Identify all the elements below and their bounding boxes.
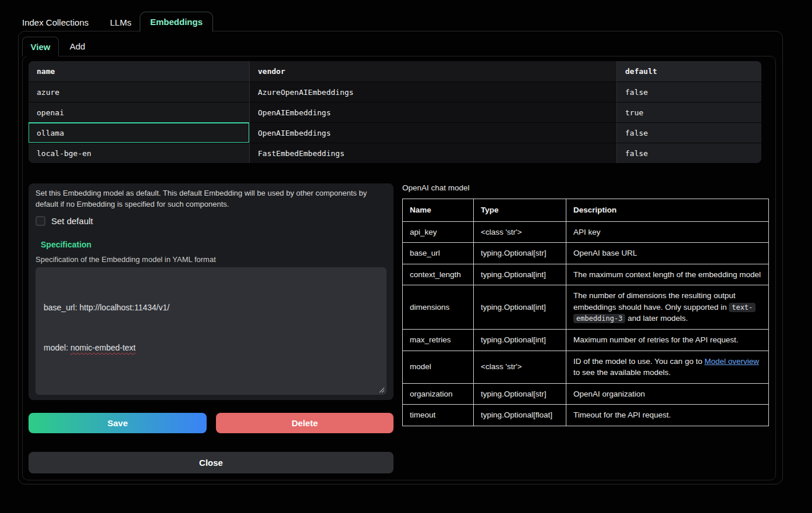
embeddings-row-cell-default[interactable]: false <box>616 82 761 102</box>
embeddings-row-cell-vendor[interactable]: OpenAIEmbeddings <box>249 102 616 122</box>
specification-heading: Specification <box>41 240 387 249</box>
embeddings-row-cell-name[interactable]: openai <box>29 102 249 122</box>
resize-handle-icon[interactable] <box>378 387 385 393</box>
param-name: dimensions <box>403 285 474 330</box>
param-type: typing.Optional[int] <box>474 329 566 351</box>
description-text: OpenAI base URL <box>573 249 637 257</box>
description-text: API key <box>573 228 601 236</box>
param-description: OpenAI organization <box>566 383 769 405</box>
embeddings-table: namevendordefaultazureAzureOpenAIEmbeddi… <box>29 61 761 163</box>
param-type: <class 'str'> <box>474 351 566 383</box>
column-header-name: name <box>29 61 249 82</box>
column-header-description: Description <box>566 199 769 222</box>
param-description: The maximum context length of the embedd… <box>566 264 769 285</box>
tab-llms[interactable]: LLMs <box>110 15 132 29</box>
embeddings-row-cell-vendor[interactable]: AzureOpenAIEmbeddings <box>249 82 616 102</box>
column-header-vendor: vendor <box>249 61 616 82</box>
column-header-type: Type <box>474 199 566 222</box>
tab-add[interactable]: Add <box>61 37 94 56</box>
description-text: OpenAI organization <box>573 390 645 398</box>
param-row: organizationtyping.Optional[str]OpenAI o… <box>403 383 769 405</box>
param-type: typing.Optional[float] <box>474 405 566 426</box>
param-name: model <box>403 351 474 383</box>
embeddings-row-cell-name[interactable]: azure <box>29 82 249 102</box>
param-row: api_key<class 'str'>API key <box>403 221 769 243</box>
param-header-row: Name Type Description <box>403 199 769 222</box>
embeddings-row-cell-name[interactable]: local-bge-en <box>29 143 249 163</box>
set-default-checkbox[interactable] <box>36 216 45 226</box>
param-row: model<class 'str'>ID of the model to use… <box>403 351 769 383</box>
param-name: base_url <box>403 243 474 264</box>
param-name: api_key <box>403 221 474 243</box>
tab-embeddings[interactable]: Embeddings <box>140 12 213 31</box>
embeddings-row-cell-default[interactable]: true <box>616 102 761 122</box>
description-text: The maximum context length of the embedd… <box>573 270 761 279</box>
description-text: and later models. <box>625 314 687 323</box>
delete-button[interactable]: Delete <box>216 413 393 433</box>
param-description: Timeout for the API request. <box>566 405 769 426</box>
param-row: max_retriestyping.Optional[int]Maximum n… <box>403 329 769 351</box>
model-info-title: OpenAI chat model <box>402 183 470 192</box>
misspelled-word: nomic-embed-text <box>70 343 136 352</box>
set-default-checkbox-row[interactable]: Set default <box>36 216 387 226</box>
param-row: base_urltyping.Optional[str]OpenAI base … <box>403 243 769 264</box>
description-text: The number of dimensions the resulting o… <box>573 291 735 312</box>
description-text: to see the available models. <box>573 368 671 377</box>
param-name: context_length <box>403 264 474 285</box>
tab-embeddings-label: Embeddings <box>150 17 203 27</box>
model-overview-link[interactable]: Model overview <box>704 357 759 366</box>
param-type: <class 'str'> <box>474 221 566 243</box>
tab-index-collections[interactable]: Index Collections <box>22 15 88 29</box>
specification-caption: Specification of the Embedding model in … <box>36 255 387 264</box>
yaml-line: model: nomic-embed-text <box>44 341 378 355</box>
param-row: timeouttyping.Optional[float]Timeout for… <box>403 405 769 426</box>
param-description: Maximum number of retries for the API re… <box>566 329 769 351</box>
param-description: ID of the model to use. You can go to Mo… <box>566 351 769 383</box>
param-name: max_retries <box>403 329 474 351</box>
param-description: API key <box>566 221 769 243</box>
column-header-default: default <box>616 61 761 82</box>
embeddings-row-cell-name[interactable]: ollama <box>29 122 249 143</box>
param-description: OpenAI base URL <box>566 243 769 264</box>
param-type: typing.Optional[str] <box>474 243 566 264</box>
set-default-description: Set this Embedding model as default. Thi… <box>36 188 385 210</box>
param-type: typing.Optional[int] <box>474 285 566 330</box>
embeddings-row-cell-vendor[interactable]: OpenAIEmbeddings <box>249 122 616 143</box>
column-header-name: Name <box>403 199 474 222</box>
embeddings-row-cell-default[interactable]: false <box>616 143 761 163</box>
param-name: timeout <box>403 405 474 426</box>
embeddings-row-cell-vendor[interactable]: FastEmbedEmbeddings <box>249 143 616 163</box>
set-default-label: Set default <box>51 216 93 226</box>
description-text: Maximum number of retries for the API re… <box>573 335 739 344</box>
description-text: ID of the model to use. You can go to <box>573 357 704 366</box>
param-row: dimensionstyping.Optional[int]The number… <box>403 285 769 330</box>
param-row: context_lengthtyping.Optional[int]The ma… <box>403 264 769 285</box>
close-button[interactable]: Close <box>29 452 393 473</box>
param-description: The number of dimensions the resulting o… <box>566 285 769 330</box>
tab-view[interactable]: View <box>22 37 59 56</box>
tab-view-label: View <box>31 42 51 52</box>
description-text: Timeout for the API request. <box>573 411 671 419</box>
default-settings-panel: Set this Embedding model as default. Thi… <box>29 183 393 400</box>
save-button[interactable]: Save <box>29 413 207 433</box>
embeddings-row-cell-default[interactable]: false <box>616 122 761 143</box>
yaml-line: base_url: http://localhost:11434/v1/ <box>44 301 378 314</box>
param-name: organization <box>403 383 474 405</box>
param-type: typing.Optional[int] <box>474 264 566 285</box>
model-params-table: Name Type Description api_key<class 'str… <box>402 199 769 426</box>
app-window: Index Collections LLMs Embeddings View A… <box>0 0 812 513</box>
spec-yaml-input[interactable]: base_url: http://localhost:11434/v1/ mod… <box>36 267 387 395</box>
param-type: typing.Optional[str] <box>474 383 566 405</box>
